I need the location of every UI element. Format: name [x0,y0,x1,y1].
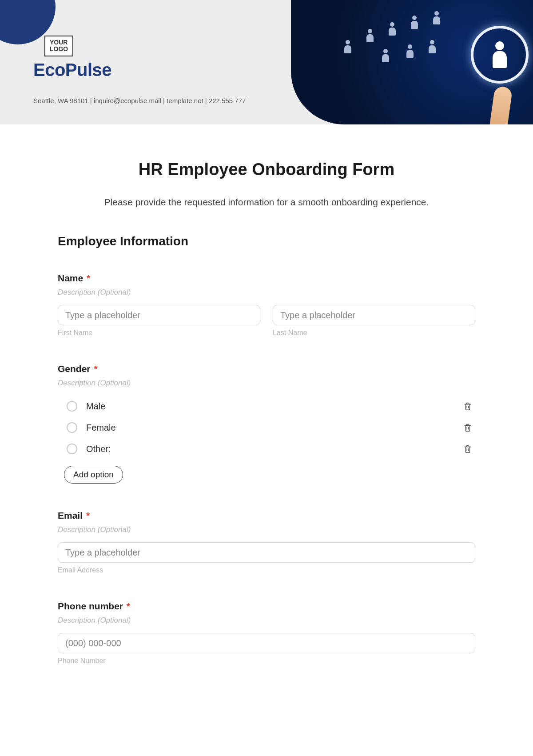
logo-text-line1: YOUR [50,39,68,46]
hero-image [291,0,533,124]
header-banner: YOUR LOGO EcoPulse Seattle, WA 98101 | i… [0,0,533,124]
required-mark: * [86,510,90,520]
required-mark: * [127,601,130,611]
phone-input[interactable] [58,633,475,653]
email-input[interactable] [58,542,475,563]
field-email: Email * Description (Optional) Email Add… [58,510,475,574]
field-gender: Gender * Description (Optional) Male Fem… [58,364,475,484]
section-title: Employee Information [58,234,475,248]
trash-icon[interactable] [463,422,473,433]
gender-option-male[interactable]: Male [58,396,475,417]
option-label: Male [86,401,105,412]
page-title: HR Employee Onboarding Form [58,160,475,179]
email-label-text: Email [58,510,83,520]
option-label: Other: [86,444,111,454]
phone-label: Phone number * [58,601,475,612]
form-main: HR Employee Onboarding Form Please provi… [0,124,533,683]
trash-icon[interactable] [463,444,473,454]
logo-text-line2: LOGO [50,46,68,52]
email-label: Email * [58,510,475,521]
gender-label-text: Gender [58,364,91,374]
field-phone: Phone number * Description (Optional) Ph… [58,601,475,665]
form-intro: Please provide the requested information… [58,197,475,208]
first-name-input[interactable] [58,305,260,325]
option-label: Female [86,423,116,433]
add-option-button[interactable]: Add option [64,466,123,484]
gender-description[interactable]: Description (Optional) [58,379,475,388]
radio-icon[interactable] [67,444,77,454]
gender-option-other[interactable]: Other: [58,438,475,460]
phone-sublabel: Phone Number [58,657,475,665]
phone-label-text: Phone number [58,601,123,611]
gender-label: Gender * [58,364,475,374]
gender-option-female[interactable]: Female [58,417,475,438]
name-label-text: Name [58,273,83,283]
person-icon [493,41,507,68]
name-description[interactable]: Description (Optional) [58,288,475,297]
required-mark: * [94,364,97,374]
name-label: Name * [58,273,475,284]
brand-name: EcoPulse [33,60,111,80]
last-name-sublabel: Last Name [273,329,475,337]
radio-icon[interactable] [67,401,77,412]
phone-description[interactable]: Description (Optional) [58,616,475,625]
highlight-circle-icon [471,26,529,84]
contact-info: Seattle, WA 98101 | inquire@ecopulse.mai… [33,97,246,104]
radio-icon[interactable] [67,422,77,433]
email-sublabel: Email Address [58,566,475,574]
first-name-sublabel: First Name [58,329,260,337]
required-mark: * [87,273,90,283]
email-description[interactable]: Description (Optional) [58,525,475,534]
field-name: Name * Description (Optional) First Name… [58,273,475,337]
logo-placeholder: YOUR LOGO [44,36,73,56]
trash-icon[interactable] [463,401,473,412]
last-name-input[interactable] [273,305,475,325]
